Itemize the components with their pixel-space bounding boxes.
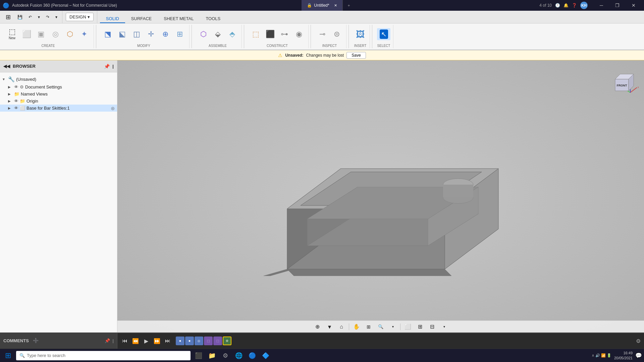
bell-icon[interactable]: 🔔 [564, 3, 569, 8]
orbit-menu-btn[interactable]: ⊕ [313, 322, 322, 331]
new-component-btn[interactable]: ⬚ New [5, 27, 19, 41]
sphere-btn[interactable]: ⬡ [63, 29, 76, 39]
sketch-icon: ⬜ [22, 31, 31, 38]
tab-tools[interactable]: TOOLS [200, 15, 226, 23]
grid-settings-btn[interactable]: ⊞ [415, 322, 425, 331]
settings-btn[interactable]: ⚙ [219, 350, 231, 362]
redo-arrow[interactable]: ▾ [53, 12, 59, 22]
clock[interactable]: 16:49 20/05/2021 [614, 351, 633, 360]
shell-btn[interactable]: ◫ [130, 29, 143, 39]
env-dropdown[interactable]: ▾ [439, 322, 449, 331]
new-component-assemble-btn[interactable]: ⬡ [197, 29, 210, 39]
sidebar-expand-icon[interactable]: | [112, 64, 114, 69]
chrome-btn[interactable]: 🌐 [233, 350, 245, 362]
tree-item-origin[interactable]: ▶ 👁 📁 Origin [0, 98, 117, 105]
visibility-base-icon[interactable]: 👁 [14, 106, 18, 111]
comments-add-icon[interactable]: ➕ [33, 338, 39, 343]
tab-surface[interactable]: SURFACE [125, 15, 158, 23]
timeline-step-1[interactable]: ■ [176, 337, 184, 345]
timeline-play-btn[interactable]: ▶ [142, 337, 150, 345]
extrude-btn[interactable]: ▣ [34, 29, 48, 39]
interference-btn[interactable]: ⊜ [330, 29, 343, 39]
environment-btn[interactable]: ⊟ [427, 322, 437, 331]
design-label: DESIGN [69, 14, 86, 19]
undo-arrow[interactable]: ▾ [36, 12, 42, 22]
active-tab[interactable]: 🔒 Untitled* ✕ [302, 0, 342, 11]
new-tab-button[interactable]: ＋ [343, 0, 355, 11]
fusion360-btn[interactable]: 🔵 [246, 350, 258, 362]
orbit-btn[interactable]: ▾ [325, 322, 334, 331]
visibility-origin-icon[interactable]: 👁 [14, 99, 18, 104]
timeline-first-btn[interactable]: ⏮ [121, 337, 129, 345]
3d-viewport[interactable]: x y z FRONT ⊕ ▾ ⌂ ✋ ⊞ 🔍 ▾ ⬜ [117, 60, 644, 333]
select-btn[interactable]: ↖ [377, 28, 390, 40]
search-bar[interactable]: 🔍 Type here to search [16, 351, 191, 360]
collapse-arrow[interactable]: ◀◀ [3, 64, 10, 69]
edge-btn[interactable]: 🔷 [260, 350, 272, 362]
tree-item-base[interactable]: ▶ 👁 ⬜ Base for Bar Skittles:1 ◎ [0, 105, 117, 112]
fillet-icon: ⬕ [119, 31, 126, 38]
viewcube[interactable]: x y z FRONT [605, 66, 639, 99]
revolve-btn[interactable]: ◎ [49, 29, 62, 39]
tab-sheet-metal[interactable]: SHEET METAL [158, 15, 200, 23]
timeline-next-btn[interactable]: ⏩ [153, 337, 161, 345]
design-mode-button[interactable]: DESIGN ▾ [66, 13, 94, 21]
joint-btn[interactable]: ⬙ [211, 29, 224, 39]
rigid-group-btn[interactable]: ⬘ [225, 29, 239, 39]
timeline-step-2[interactable]: ■ [185, 337, 194, 345]
timeline-settings-btn[interactable]: ⚙ [636, 338, 641, 344]
zoom-btn[interactable]: 🔍 [376, 322, 385, 331]
insert-image-btn[interactable]: 🖼 [354, 28, 367, 40]
clock-icon[interactable]: 🕐 [555, 3, 560, 8]
tree-item-doc-settings[interactable]: ▶ 👁 ⚙ Document Settings [0, 83, 117, 90]
undo-button[interactable]: ↶ [26, 12, 34, 22]
help-icon[interactable]: ❓ [572, 3, 577, 8]
axis-btn[interactable]: ⊶ [278, 29, 291, 39]
fillet-btn[interactable]: ⬕ [115, 29, 129, 39]
display-settings-btn[interactable]: ⬜ [403, 322, 413, 331]
create-sketch-btn[interactable]: ⬜ [20, 29, 33, 39]
tree-item-named-views[interactable]: ▶ 📁 Named Views [0, 90, 117, 98]
zoom-dropdown[interactable]: ▾ [388, 322, 397, 331]
point-btn[interactable]: ◉ [292, 29, 306, 39]
offset-plane-btn[interactable]: ⬚ [249, 29, 262, 39]
start-button[interactable]: ⊞ [2, 350, 14, 362]
user-avatar[interactable]: KH [580, 2, 588, 9]
minimize-button[interactable]: ─ [594, 0, 609, 11]
save-file-button[interactable]: 💾 [15, 12, 24, 22]
pattern-btn[interactable]: ✦ [77, 29, 91, 39]
notification-btn[interactable]: 💬 [635, 352, 642, 359]
app-grid-button[interactable]: ⊞ [3, 12, 13, 22]
task-view-btn[interactable]: ⬛ [193, 350, 205, 362]
scale-btn[interactable]: ✛ [144, 29, 158, 39]
align-btn[interactable]: ⊞ [173, 29, 186, 39]
save-button[interactable]: Save [346, 52, 366, 59]
press-pull-btn[interactable]: ⬔ [101, 29, 114, 39]
zoom-to-fit-btn[interactable]: ⊞ [364, 322, 373, 331]
redo-button[interactable]: ↷ [44, 12, 51, 22]
maximize-button[interactable]: ❐ [610, 0, 625, 11]
timeline-last-btn[interactable]: ⏭ [164, 337, 172, 345]
timeline-step-5[interactable]: ⬚ [213, 337, 222, 345]
tab-close-icon[interactable]: ✕ [334, 3, 337, 8]
timeline-step-6[interactable]: ⚙ [223, 337, 231, 345]
comments-pin-icon[interactable]: 📌 [105, 338, 110, 343]
midplane-btn[interactable]: ⬛ [263, 29, 277, 39]
tree-item-root[interactable]: ▼ 🔧 (Unsaved) [0, 75, 117, 83]
tab-solid[interactable]: SOLID [100, 15, 125, 23]
home-view-btn[interactable]: ⌂ [337, 322, 346, 331]
timeline-step-4[interactable]: ⬚ [204, 337, 213, 345]
close-button[interactable]: ✕ [626, 0, 641, 11]
timeline-prev-btn[interactable]: ⏪ [131, 337, 140, 345]
move-btn[interactable]: ⊕ [159, 29, 172, 39]
pan-btn[interactable]: ✋ [352, 322, 361, 331]
visibility-doc-icon[interactable]: 👁 [14, 84, 18, 89]
measure-btn[interactable]: ⊸ [316, 29, 329, 39]
sidebar-pin-button[interactable]: 📌 [104, 64, 110, 69]
timeline-step-3[interactable]: ◎ [195, 337, 203, 345]
bottom-panels: COMMENTS ➕ 📌 | ⏮ ⏪ ▶ ⏩ ⏭ ■ ■ ◎ ⬚ ⬚ [0, 333, 644, 349]
comments-collapse-icon[interactable]: | [113, 338, 114, 343]
file-explorer-btn[interactable]: 📁 [206, 350, 218, 362]
inspect-label: INSPECT [322, 43, 337, 48]
system-tray-icons: ∧ 🔊 📶 🔋 [592, 353, 611, 358]
